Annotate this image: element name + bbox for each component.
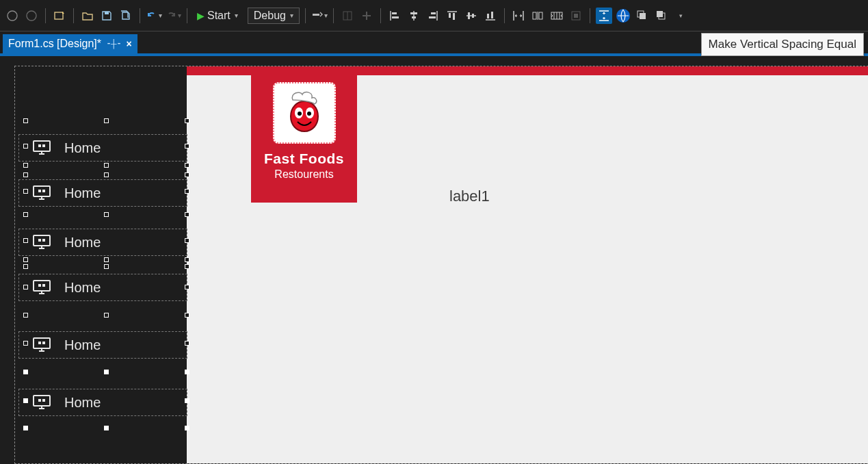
brand-tile: Fast Foods Restourents bbox=[251, 75, 357, 203]
tab-title: Form1.cs [Design]* bbox=[8, 38, 101, 50]
selection-handle[interactable] bbox=[185, 426, 189, 430]
selection-handle[interactable] bbox=[104, 257, 109, 262]
new-project-button[interactable] bbox=[51, 8, 68, 24]
selection-handle[interactable] bbox=[185, 370, 189, 374]
selection-handle[interactable] bbox=[104, 370, 109, 374]
selection-handle[interactable] bbox=[185, 118, 189, 123]
main-toolbar: ▾ ▾ ▶Start▾ Debug▾ ▾ ▾ bbox=[0, 0, 868, 31]
selection-handle[interactable] bbox=[185, 264, 189, 269]
selection-handle[interactable] bbox=[104, 264, 109, 269]
find-button[interactable]: ▾ bbox=[311, 8, 328, 24]
align-center-button[interactable] bbox=[406, 8, 422, 24]
selection-handle[interactable] bbox=[23, 313, 28, 318]
grid-add-button[interactable] bbox=[358, 8, 375, 24]
config-dropdown[interactable]: Debug▾ bbox=[248, 8, 300, 24]
sidebar-item-home[interactable]: Home bbox=[19, 135, 187, 161]
sidebar-item-home[interactable]: Home bbox=[19, 389, 187, 415]
selection-handle[interactable] bbox=[185, 313, 189, 318]
selection-handle[interactable] bbox=[23, 163, 28, 168]
selection-handle[interactable] bbox=[185, 144, 189, 149]
undo-button[interactable]: ▾ bbox=[146, 8, 162, 24]
align-left-button[interactable] bbox=[386, 8, 403, 24]
selection-handle[interactable] bbox=[185, 189, 189, 194]
selection-handle[interactable] bbox=[104, 313, 109, 318]
selection-handle[interactable] bbox=[185, 398, 189, 403]
selection-handle[interactable] bbox=[23, 257, 28, 262]
toolbar-overflow-button[interactable]: ▾ bbox=[672, 8, 689, 24]
selection-handle[interactable] bbox=[23, 189, 28, 194]
close-icon[interactable]: × bbox=[127, 38, 132, 49]
send-back-button[interactable] bbox=[653, 8, 670, 24]
save-all-button[interactable] bbox=[118, 8, 134, 24]
selection-handle[interactable] bbox=[104, 163, 109, 168]
selection-handle[interactable] bbox=[23, 426, 28, 430]
redo-button[interactable]: ▾ bbox=[165, 8, 181, 24]
selection-handle[interactable] bbox=[23, 212, 28, 217]
align-right-button[interactable] bbox=[425, 8, 441, 24]
selection-handle[interactable] bbox=[23, 285, 28, 289]
vspace-equal-button[interactable] bbox=[596, 8, 612, 24]
selection-handle[interactable] bbox=[23, 398, 28, 403]
start-debug-button[interactable]: ▶Start▾ bbox=[193, 8, 242, 23]
svg-rect-51 bbox=[34, 186, 50, 196]
toolbar-separator bbox=[333, 8, 334, 23]
svg-rect-66 bbox=[34, 338, 50, 348]
nav-forward-button[interactable] bbox=[23, 8, 40, 24]
align-top-button[interactable] bbox=[444, 8, 460, 24]
hspace-equal-button[interactable] bbox=[510, 8, 527, 24]
selection-handle[interactable] bbox=[185, 172, 189, 177]
selection-handle[interactable] bbox=[185, 341, 189, 346]
selection-handle[interactable] bbox=[185, 257, 189, 262]
sidebar-item-home[interactable]: Home bbox=[19, 180, 187, 206]
grid-button[interactable] bbox=[339, 8, 356, 24]
svg-point-1 bbox=[27, 11, 36, 21]
design-surface: Fast Foods Restourents label1 Home Home bbox=[0, 56, 868, 464]
toolbar-separator bbox=[305, 8, 306, 23]
save-button[interactable] bbox=[98, 8, 115, 24]
pin-icon[interactable]: ⁃┼⁃ bbox=[107, 39, 121, 49]
center-horizontal-button[interactable] bbox=[568, 8, 584, 24]
svg-rect-40 bbox=[657, 11, 663, 17]
toolbar-separator bbox=[45, 8, 46, 23]
bring-front-button[interactable] bbox=[634, 8, 650, 24]
svg-rect-73 bbox=[42, 399, 45, 402]
open-file-button[interactable] bbox=[79, 8, 96, 24]
svg-rect-29 bbox=[533, 12, 536, 19]
selection-handle[interactable] bbox=[23, 144, 28, 149]
label1[interactable]: label1 bbox=[449, 188, 490, 205]
selection-handle[interactable] bbox=[185, 238, 189, 243]
svg-point-0 bbox=[8, 11, 17, 21]
selection-handle[interactable] bbox=[23, 118, 28, 123]
form-canvas[interactable]: Fast Foods Restourents label1 Home Home bbox=[15, 66, 868, 463]
nav-back-button[interactable] bbox=[4, 8, 21, 24]
svg-rect-25 bbox=[487, 14, 489, 18]
sidebar-item-home[interactable]: Home bbox=[19, 332, 187, 358]
selection-handle[interactable] bbox=[104, 212, 109, 217]
svg-rect-22 bbox=[468, 12, 470, 19]
size-to-grid-button[interactable] bbox=[549, 8, 565, 24]
selection-handle[interactable] bbox=[23, 172, 28, 177]
toolbar-separator bbox=[380, 8, 381, 23]
sidebar-item-home[interactable]: Home bbox=[19, 274, 187, 300]
selection-handle[interactable] bbox=[185, 163, 189, 168]
hsize-equal-button[interactable] bbox=[529, 8, 546, 24]
selection-handle[interactable] bbox=[104, 172, 109, 177]
svg-rect-19 bbox=[449, 13, 451, 18]
selection-handle[interactable] bbox=[23, 238, 28, 243]
selection-handle[interactable] bbox=[185, 285, 189, 289]
top-red-strip bbox=[187, 66, 868, 75]
svg-rect-71 bbox=[34, 396, 50, 406]
selection-handle[interactable] bbox=[104, 118, 109, 123]
selection-handle[interactable] bbox=[23, 264, 28, 269]
selection-handle[interactable] bbox=[185, 212, 189, 217]
sidebar-item-home[interactable]: Home bbox=[19, 229, 187, 255]
document-tab[interactable]: Form1.cs [Design]* ⁃┼⁃ × bbox=[3, 34, 137, 53]
monitor-icon bbox=[33, 395, 51, 410]
selection-handle[interactable] bbox=[23, 370, 28, 374]
selection-handle[interactable] bbox=[104, 426, 109, 430]
selection-handle[interactable] bbox=[23, 341, 28, 346]
tile-title: Fast Foods bbox=[264, 151, 344, 167]
align-bottom-button[interactable] bbox=[482, 8, 499, 24]
align-middle-button[interactable] bbox=[463, 8, 479, 24]
browser-link-button[interactable] bbox=[615, 8, 631, 24]
